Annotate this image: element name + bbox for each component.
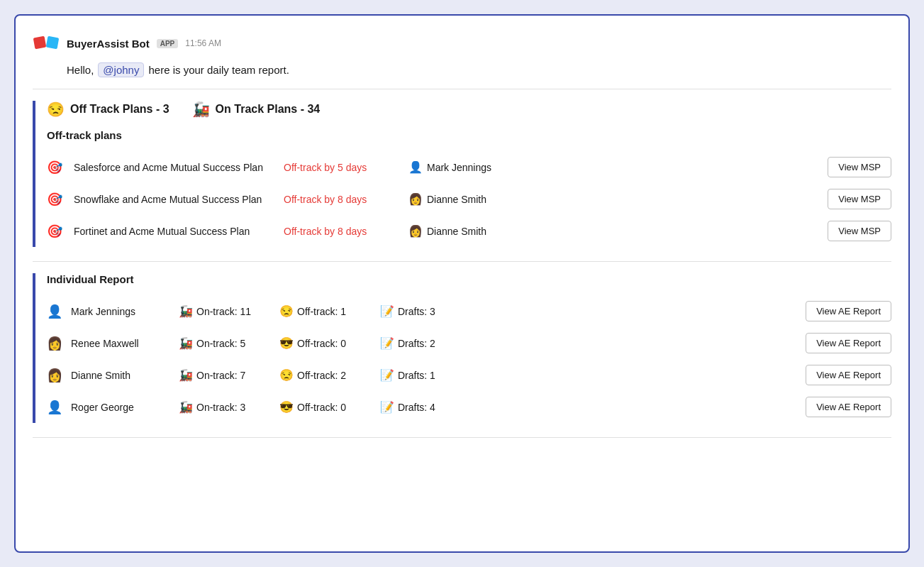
chat-window: BuyerAssist Bot APP 11:56 AM Hello, @joh… bbox=[14, 14, 910, 553]
owner-emoji: 👩 bbox=[408, 224, 423, 238]
off-track-cell-emoji: 😎 bbox=[279, 400, 294, 414]
off-track-section: 😒 Off Track Plans - 3 🚂 On Track Plans -… bbox=[33, 101, 891, 247]
bottom-divider bbox=[33, 437, 891, 438]
person-name: Roger George bbox=[71, 402, 170, 413]
drafts-value: Drafts: 1 bbox=[398, 370, 435, 381]
plan-emoji: 🎯 bbox=[47, 160, 62, 175]
bot-name: BuyerAssist Bot bbox=[67, 38, 150, 50]
plan-name: Snowflake and Acme Mutual Success Plan bbox=[74, 194, 272, 205]
person-row: 👩 Renee Maxwell 🚂 On-track: 5 😎 Off-trac… bbox=[47, 327, 891, 359]
plan-row: 🎯 Fortinet and Acme Mutual Success Plan … bbox=[47, 215, 891, 247]
section-divider bbox=[33, 261, 891, 262]
people-list: 👤 Mark Jennings 🚂 On-track: 11 😒 Off-tra… bbox=[47, 295, 891, 423]
drafts-cell-emoji: 📝 bbox=[380, 304, 394, 318]
plan-owner: 👩 Dianne Smith bbox=[408, 224, 522, 238]
off-track-value: Off-track: 1 bbox=[297, 306, 346, 317]
on-track-value: On-track: 7 bbox=[196, 370, 245, 381]
view-msp-button[interactable]: View MSP bbox=[828, 221, 891, 241]
off-track-cell-emoji: 😎 bbox=[279, 336, 294, 350]
message-body: Hello, @johny here is your daily team re… bbox=[67, 62, 891, 77]
owner-name: Mark Jennings bbox=[427, 162, 491, 173]
plan-name: Fortinet and Acme Mutual Success Plan bbox=[74, 226, 272, 237]
on-track-cell: 🚂 On-track: 7 bbox=[179, 368, 271, 382]
plan-name: Salesforce and Acme Mutual Success Plan bbox=[74, 162, 272, 173]
person-emoji: 👤 bbox=[47, 304, 62, 319]
on-track-cell-emoji: 🚂 bbox=[179, 400, 193, 414]
on-track-value: On-track: 11 bbox=[196, 306, 251, 317]
off-track-emoji: 😒 bbox=[47, 101, 65, 118]
on-track-cell: 🚂 On-track: 3 bbox=[179, 400, 271, 414]
drafts-cell-emoji: 📝 bbox=[380, 368, 394, 382]
on-track-cell-emoji: 🚂 bbox=[179, 368, 193, 382]
owner-emoji: 👤 bbox=[408, 160, 423, 174]
off-track-plans-title: Off-track plans bbox=[47, 129, 891, 141]
person-name: Dianne Smith bbox=[71, 370, 170, 381]
off-track-value: Off-track: 0 bbox=[297, 402, 346, 413]
on-track-cell-emoji: 🚂 bbox=[179, 336, 193, 350]
person-emoji: 👩 bbox=[47, 368, 62, 383]
view-msp-button[interactable]: View MSP bbox=[828, 157, 891, 177]
on-track-cell: 🚂 On-track: 11 bbox=[179, 304, 271, 318]
plan-status: Off-track by 5 days bbox=[284, 162, 397, 173]
timestamp: 11:56 AM bbox=[185, 38, 221, 48]
drafts-value: Drafts: 4 bbox=[398, 402, 435, 413]
off-track-label: Off Track Plans - 3 bbox=[70, 103, 169, 116]
off-track-cell: 😒 Off-track: 1 bbox=[279, 304, 372, 318]
off-track-cell-emoji: 😒 bbox=[279, 368, 294, 382]
message-header: BuyerAssist Bot APP 11:56 AM bbox=[33, 30, 891, 57]
on-track-emoji: 🚂 bbox=[192, 101, 210, 118]
app-badge: APP bbox=[157, 39, 179, 48]
greeting-text: Hello, bbox=[67, 64, 94, 76]
plan-emoji: 🎯 bbox=[47, 192, 62, 207]
person-row: 👤 Roger George 🚂 On-track: 3 😎 Off-track… bbox=[47, 391, 891, 423]
off-track-stat: 😒 Off Track Plans - 3 bbox=[47, 101, 169, 118]
plans-list: 🎯 Salesforce and Acme Mutual Success Pla… bbox=[47, 151, 891, 247]
plan-owner: 👤 Mark Jennings bbox=[408, 160, 522, 174]
on-track-cell: 🚂 On-track: 5 bbox=[179, 336, 271, 350]
on-track-value: On-track: 5 bbox=[196, 338, 245, 349]
on-track-cell-emoji: 🚂 bbox=[179, 304, 193, 318]
person-name: Mark Jennings bbox=[71, 306, 170, 317]
plan-emoji: 🎯 bbox=[47, 224, 62, 239]
drafts-cell: 📝 Drafts: 4 bbox=[380, 400, 472, 414]
message-text: here is your daily team report. bbox=[148, 64, 289, 76]
drafts-cell: 📝 Drafts: 2 bbox=[380, 336, 472, 350]
plan-owner: 👩 Dianne Smith bbox=[408, 192, 522, 206]
off-track-cell: 😎 Off-track: 0 bbox=[279, 336, 372, 350]
view-ae-report-button[interactable]: View AE Report bbox=[806, 397, 891, 417]
svg-rect-1 bbox=[46, 36, 60, 50]
svg-rect-0 bbox=[33, 36, 47, 50]
mention-tag[interactable]: @johny bbox=[98, 62, 144, 77]
drafts-cell-emoji: 📝 bbox=[380, 336, 394, 350]
on-track-label: On Track Plans - 34 bbox=[216, 103, 321, 116]
drafts-cell-emoji: 📝 bbox=[380, 400, 394, 414]
drafts-cell: 📝 Drafts: 1 bbox=[380, 368, 472, 382]
view-msp-button[interactable]: View MSP bbox=[828, 189, 891, 209]
off-track-value: Off-track: 0 bbox=[297, 338, 346, 349]
individual-section: Individual Report 👤 Mark Jennings 🚂 On-t… bbox=[33, 273, 891, 423]
bot-logo bbox=[33, 30, 60, 57]
person-name: Renee Maxwell bbox=[71, 338, 170, 349]
off-track-value: Off-track: 2 bbox=[297, 370, 346, 381]
owner-name: Dianne Smith bbox=[427, 194, 486, 205]
view-ae-report-button[interactable]: View AE Report bbox=[806, 333, 891, 353]
view-ae-report-button[interactable]: View AE Report bbox=[806, 365, 891, 385]
on-track-stat: 🚂 On Track Plans - 34 bbox=[192, 101, 321, 118]
plan-row: 🎯 Snowflake and Acme Mutual Success Plan… bbox=[47, 183, 891, 215]
person-emoji: 👤 bbox=[47, 400, 62, 415]
plan-status: Off-track by 8 days bbox=[284, 194, 397, 205]
owner-emoji: 👩 bbox=[408, 192, 423, 206]
person-row: 👤 Mark Jennings 🚂 On-track: 11 😒 Off-tra… bbox=[47, 295, 891, 327]
plan-status: Off-track by 8 days bbox=[284, 226, 397, 237]
off-track-cell: 😎 Off-track: 0 bbox=[279, 400, 372, 414]
off-track-cell-emoji: 😒 bbox=[279, 304, 294, 318]
individual-title: Individual Report bbox=[47, 273, 891, 285]
on-track-value: On-track: 3 bbox=[196, 402, 245, 413]
view-ae-report-button[interactable]: View AE Report bbox=[806, 301, 891, 321]
header-divider bbox=[33, 89, 891, 89]
plan-row: 🎯 Salesforce and Acme Mutual Success Pla… bbox=[47, 151, 891, 183]
person-emoji: 👩 bbox=[47, 336, 62, 351]
owner-name: Dianne Smith bbox=[427, 226, 486, 237]
person-row: 👩 Dianne Smith 🚂 On-track: 7 😒 Off-track… bbox=[47, 359, 891, 391]
drafts-cell: 📝 Drafts: 3 bbox=[380, 304, 472, 318]
